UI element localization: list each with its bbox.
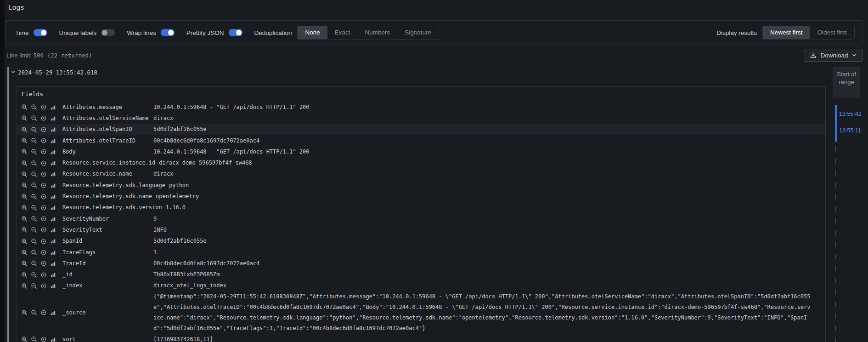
magnifier-minus-icon[interactable] [31,216,37,222]
eye-icon[interactable] [40,309,47,316]
bar-chart-icon[interactable] [50,272,56,278]
magnifier-minus-icon[interactable] [31,171,37,177]
field-value: 10.244.0.1:59648 - "GET /api/docs HTTP/1… [153,147,820,157]
magnifier-plus-icon[interactable] [21,283,28,289]
dedup-numbers[interactable]: Numbers [357,26,397,39]
magnifier-minus-icon[interactable] [31,205,37,211]
magnifier-minus-icon[interactable] [31,272,37,278]
field-name: _source [62,308,153,318]
bar-chart-icon[interactable] [50,249,56,256]
eye-icon[interactable] [40,216,47,222]
magnifier-minus-icon[interactable] [31,160,37,166]
magnifier-plus-icon[interactable] [21,272,28,278]
magnifier-plus-icon[interactable] [21,238,28,245]
eye-icon[interactable] [40,272,47,278]
download-button[interactable]: Download [804,49,862,62]
field-row-actions [21,283,58,289]
magnifier-minus-icon[interactable] [31,137,37,144]
eye-icon[interactable] [40,137,47,144]
bar-chart-icon[interactable] [50,336,56,342]
eye-icon[interactable] [40,115,47,121]
eye-icon[interactable] [40,104,47,110]
magnifier-plus-icon[interactable] [21,126,28,133]
magnifier-plus-icon[interactable] [21,205,28,211]
magnifier-minus-icon[interactable] [31,238,37,245]
magnifier-minus-icon[interactable] [31,194,37,200]
magnifier-minus-icon[interactable] [31,115,37,121]
magnifier-plus-icon[interactable] [21,104,28,110]
range-dashed-line [835,146,836,342]
dedup-none[interactable]: None [298,26,327,39]
magnifier-plus-icon[interactable] [21,160,28,166]
eye-icon[interactable] [40,194,47,200]
eye-icon[interactable] [40,182,47,188]
magnifier-minus-icon[interactable] [31,182,37,188]
bar-chart-icon[interactable] [50,309,56,316]
line-limit-label: Line limit: [6,52,32,59]
eye-icon[interactable] [40,126,47,133]
magnifier-plus-icon[interactable] [21,137,28,144]
sort-oldest-first[interactable]: Oldest first [810,26,854,39]
magnifier-minus-icon[interactable] [31,104,37,110]
bar-chart-icon[interactable] [50,160,56,166]
magnifier-minus-icon[interactable] [31,227,37,233]
magnifier-minus-icon[interactable] [31,336,37,342]
bar-chart-icon[interactable] [50,238,56,245]
eye-icon[interactable] [40,249,47,256]
magnifier-minus-icon[interactable] [31,126,37,133]
bar-chart-icon[interactable] [50,115,56,121]
log-row-header[interactable]: 2024-05-29 13:55:42.618 [11,68,97,76]
toggle-switch[interactable] [101,29,115,36]
eye-icon[interactable] [40,160,47,166]
bar-chart-icon[interactable] [50,148,56,155]
bar-chart-icon[interactable] [50,126,56,133]
magnifier-minus-icon[interactable] [31,148,37,155]
toggle-knob [41,30,46,35]
eye-icon[interactable] [40,171,47,177]
magnifier-plus-icon[interactable] [21,260,28,267]
eye-icon[interactable] [40,260,47,267]
bar-chart-icon[interactable] [50,260,56,267]
magnifier-plus-icon[interactable] [21,249,28,256]
eye-icon[interactable] [40,238,47,245]
bar-chart-icon[interactable] [50,205,56,211]
eye-icon[interactable] [40,148,47,155]
toggle-switch[interactable] [34,29,47,36]
field-name: TraceId [62,258,153,269]
bar-chart-icon[interactable] [50,216,56,222]
bar-chart-icon[interactable] [50,104,56,110]
dedup-exact[interactable]: Exact [327,26,358,39]
toggle-switch[interactable] [161,29,175,36]
magnifier-plus-icon[interactable] [21,216,28,222]
magnifier-plus-icon[interactable] [21,115,28,121]
field-name: Resource.telemetry.sdk.name [62,191,156,202]
dedup-signature[interactable]: Signature [397,26,439,39]
eye-icon[interactable] [40,205,47,211]
sort-newest-first[interactable]: Newest first [763,26,810,39]
bar-chart-icon[interactable] [50,137,56,144]
magnifier-plus-icon[interactable] [21,182,28,188]
magnifier-minus-icon[interactable] [31,309,37,316]
display-results-options: Newest first Oldest first [762,26,855,40]
bar-chart-icon[interactable] [50,227,56,233]
download-button-label: Download [820,52,848,59]
magnifier-minus-icon[interactable] [31,249,37,256]
magnifier-minus-icon[interactable] [31,283,37,289]
bar-chart-icon[interactable] [50,194,56,200]
magnifier-plus-icon[interactable] [21,194,28,200]
toggle-switch[interactable] [229,29,242,36]
bar-chart-icon[interactable] [50,182,56,188]
bar-chart-icon[interactable] [50,171,56,177]
magnifier-plus-icon[interactable] [21,171,28,177]
magnifier-plus-icon[interactable] [21,148,28,155]
magnifier-plus-icon[interactable] [21,227,28,233]
magnifier-minus-icon[interactable] [31,260,37,267]
eye-icon[interactable] [40,336,47,342]
eye-icon[interactable] [40,283,47,289]
magnifier-plus-icon[interactable] [21,336,28,342]
bar-chart-icon[interactable] [50,283,56,289]
eye-icon[interactable] [40,227,47,233]
magnifier-plus-icon[interactable] [21,309,28,316]
field-row: SeverityNumber 9 [17,213,825,224]
fields-rows: Attributes.message 10.244.0.1:59648 - "G… [21,102,820,342]
